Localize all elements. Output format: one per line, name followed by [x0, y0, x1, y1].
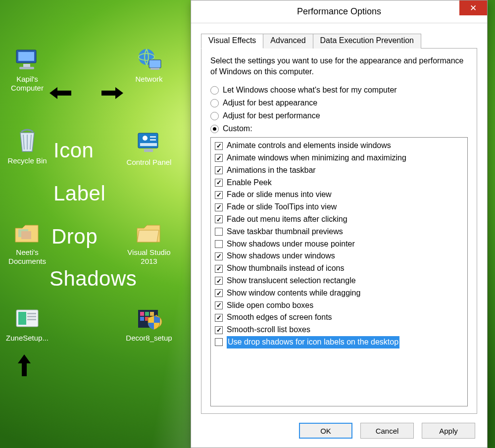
desktop-icon-recycle-bin[interactable]: Recycle Bin: [0, 129, 54, 165]
checkbox-icon[interactable]: [215, 314, 223, 322]
radio-option[interactable]: Custom:: [210, 124, 468, 133]
desktop-icon-network[interactable]: Network: [122, 47, 176, 84]
control-panel-icon: [134, 130, 164, 156]
close-icon: ✕: [470, 3, 477, 13]
desktop-icon-label: Neeti's Documents: [0, 248, 54, 266]
svg-rect-6: [149, 60, 161, 68]
option-label: Show thumbnails instead of icons: [227, 262, 344, 275]
option-row[interactable]: Fade or slide menus into view: [214, 189, 464, 201]
checkbox-icon[interactable]: [215, 265, 223, 273]
option-row[interactable]: Show shadows under windows: [214, 250, 464, 262]
annotation-arrow-left: [50, 87, 71, 99]
option-row[interactable]: Fade or slide ToolTips into view: [214, 201, 464, 213]
desktop-icon-visual-studio-2013[interactable]: Visual Studio 2013: [122, 220, 176, 266]
desktop-icon-label: ZuneSetup...: [0, 334, 54, 343]
checkbox-icon[interactable]: [215, 277, 223, 285]
tab-page-visual-effects: Select the settings you want to use for …: [201, 48, 477, 414]
option-row[interactable]: Use drop shadows for icon labels on the …: [214, 336, 464, 348]
close-button[interactable]: ✕: [459, 0, 487, 15]
svg-rect-17: [18, 312, 26, 325]
checkbox-icon[interactable]: [215, 252, 223, 260]
network-icon: [134, 47, 164, 73]
radio-label: Adjust for best appearance: [223, 99, 317, 107]
dialog-button-row: OK Cancel Apply: [191, 420, 487, 448]
option-label: Fade or slide menus into view: [227, 189, 332, 201]
svg-rect-2: [23, 64, 30, 67]
option-row[interactable]: Slide open combo boxes: [214, 299, 464, 312]
desktop-icon-label: Network: [122, 75, 176, 84]
option-row[interactable]: Animate windows when minimizing and maxi…: [214, 152, 464, 164]
option-row[interactable]: Show shadows under mouse pointer: [214, 238, 464, 250]
checkbox-icon[interactable]: [215, 191, 223, 199]
checkbox-icon[interactable]: [215, 203, 223, 211]
visual-effects-option-list[interactable]: Animate controls and elements inside win…: [210, 137, 468, 406]
option-label: Use drop shadows for icon labels on the …: [227, 336, 399, 348]
dialog-title: Performance Options: [297, 6, 381, 17]
radio-label: Custom:: [223, 124, 252, 133]
checkbox-icon[interactable]: [215, 326, 223, 334]
checkbox-icon[interactable]: [215, 166, 223, 174]
option-label: Animate windows when minimizing and maxi…: [227, 152, 406, 164]
tab-visual-effects[interactable]: Visual Effects: [201, 34, 263, 49]
checkbox-icon[interactable]: [215, 179, 223, 187]
checkbox-icon[interactable]: [215, 240, 223, 248]
svg-rect-12: [140, 143, 157, 146]
option-row[interactable]: Animations in the taskbar: [214, 164, 464, 177]
svg-rect-22: [140, 312, 144, 316]
tab-advanced[interactable]: Advanced: [263, 34, 313, 49]
svg-rect-11: [150, 139, 156, 141]
option-row[interactable]: Enable Peek: [214, 177, 464, 189]
option-row[interactable]: Animate controls and elements inside win…: [214, 140, 464, 152]
option-row[interactable]: Smooth-scroll list boxes: [214, 324, 464, 336]
desktop-icon-control-panel[interactable]: Control Panel: [122, 130, 176, 167]
tab-dep[interactable]: Data Execution Prevention: [313, 34, 421, 49]
option-row[interactable]: Save taskbar thumbnail previews: [214, 226, 464, 238]
svg-rect-19: [27, 316, 36, 317]
radio-option[interactable]: Adjust for best performance: [210, 111, 468, 120]
option-row[interactable]: Show translucent selection rectangle: [214, 275, 464, 287]
desktop-icon-kapils-computer[interactable]: Kapil's Computer: [0, 47, 54, 93]
radio-option[interactable]: Adjust for best appearance: [210, 99, 468, 107]
checkbox-icon[interactable]: [215, 228, 223, 236]
checkbox-icon[interactable]: [215, 142, 223, 150]
folder-icon: [134, 220, 164, 246]
radio-icon: [210, 112, 219, 120]
annotation-text: Shadows: [50, 267, 137, 290]
annotation-arrow-right: [101, 87, 123, 99]
checkbox-icon[interactable]: [215, 154, 223, 162]
option-row[interactable]: Show thumbnails instead of icons: [214, 262, 464, 275]
option-label: Show shadows under mouse pointer: [227, 238, 355, 250]
radio-icon: [210, 99, 219, 107]
checkbox-icon[interactable]: [215, 289, 223, 297]
svg-rect-23: [145, 312, 149, 316]
tab-label: Data Execution Prevention: [320, 36, 414, 45]
desktop-icon-label: Recycle Bin: [0, 156, 54, 165]
desktop-icon-decor8-setup[interactable]: Decor8_setup: [122, 306, 176, 343]
desktop-icon-neetis-documents[interactable]: Neeti's Documents: [0, 220, 54, 266]
titlebar[interactable]: Performance Options ✕: [191, 0, 487, 23]
desktop-icon-label: Control Panel: [122, 158, 176, 167]
checkbox-icon[interactable]: [215, 301, 223, 309]
svg-point-9: [143, 136, 148, 141]
cancel-button[interactable]: Cancel: [360, 423, 414, 439]
annotation-text: Drop: [51, 225, 98, 248]
option-row[interactable]: Smooth edges of screen fonts: [214, 311, 464, 324]
folder-documents-icon: [12, 220, 42, 246]
checkbox-icon[interactable]: [215, 215, 223, 223]
svg-rect-20: [27, 319, 36, 320]
apply-button[interactable]: Apply: [422, 423, 475, 439]
ok-button[interactable]: OK: [299, 423, 352, 439]
option-label: Fade or slide ToolTips into view: [227, 201, 337, 213]
radio-option[interactable]: Let Windows choose what's best for my co…: [210, 86, 468, 95]
desktop-icon-zunesetup[interactable]: ZuneSetup...: [0, 306, 54, 343]
option-row[interactable]: Show window contents while dragging: [214, 287, 464, 299]
svg-rect-10: [150, 136, 156, 138]
option-label: Animations in the taskbar: [227, 164, 316, 177]
option-label: Slide open combo boxes: [227, 299, 313, 312]
tab-label: Visual Effects: [208, 36, 256, 45]
performance-options-dialog: Performance Options ✕ Visual Effects Adv…: [191, 0, 488, 448]
option-row[interactable]: Fade out menu items after clicking: [214, 213, 464, 226]
checkbox-icon[interactable]: [215, 338, 223, 346]
option-label: Show translucent selection rectangle: [227, 275, 356, 287]
recycle-bin-icon: [12, 129, 42, 154]
